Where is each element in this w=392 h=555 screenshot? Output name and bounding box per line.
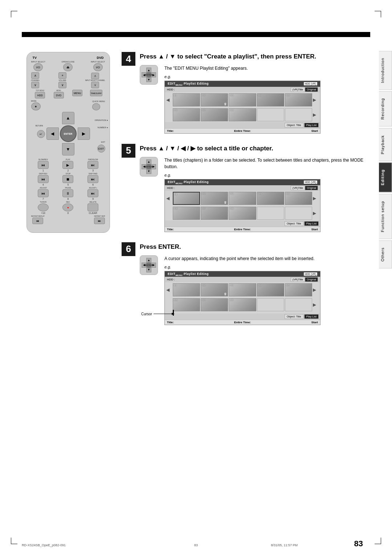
btn-num-0: 0 xyxy=(68,212,69,214)
screen4-start-col: Start xyxy=(268,129,318,133)
scroll-right-5b[interactable]: ▶ xyxy=(313,211,319,216)
screen5-start-col: Start xyxy=(268,228,318,231)
playlist-tab-5[interactable]: Play List xyxy=(304,221,319,226)
thumb6-1: 11 xyxy=(173,283,200,296)
thumb4-empty2 xyxy=(285,108,312,121)
volume-down-btn[interactable]: ∨ xyxy=(58,82,66,88)
return-label: RETURN xyxy=(36,125,43,127)
sidebar-item-editing[interactable]: Editing xyxy=(379,162,392,192)
btn-num-9: 9 xyxy=(92,198,94,200)
ch-down-right-btn[interactable]: ∨ xyxy=(91,82,99,88)
rec-btn[interactable]: ● xyxy=(62,203,73,211)
obj-title-tab-5[interactable]: Object: Title xyxy=(285,221,303,226)
screen5-hdd-badge: HDD (VR) xyxy=(304,181,318,184)
channel-label-text: CHANNEL xyxy=(31,79,40,81)
slow-rev-btn[interactable]: ⏮ xyxy=(38,161,49,169)
obj-title-tab-4[interactable]: Object: Title xyxy=(285,123,303,127)
scroll-right-6b[interactable]: ▶ xyxy=(313,302,319,307)
exit-label: EXIT xyxy=(101,141,105,143)
playlist-tab-6[interactable]: Play List xyxy=(304,314,319,319)
delete-btn[interactable] xyxy=(87,203,98,211)
channel-down-btn[interactable]: ∨ xyxy=(31,82,39,88)
btn-num-7: 7 xyxy=(42,198,44,200)
step-4-desc: The "EDIT MENU Playlist Editing" appears… xyxy=(164,65,371,72)
screen6-start-col: Start xyxy=(268,321,318,324)
thumb6-8: 008 xyxy=(229,298,256,311)
sidebar-item-introduction[interactable]: Introduction xyxy=(379,51,392,90)
instant-skip-label: INSTANT SKIP xyxy=(94,215,105,217)
number-label: NUMBER ● xyxy=(98,126,108,129)
dpad-down-btn[interactable]: ▼ xyxy=(62,143,74,155)
ch-up-right-btn[interactable]: ∧ xyxy=(91,73,99,79)
instant-skip-btn[interactable]: ⏭ xyxy=(94,218,105,224)
step-5-eg: e.g. xyxy=(164,173,371,177)
play-label: PLAY xyxy=(66,158,70,161)
step-6-eg: e.g. xyxy=(164,265,371,269)
playlist-tab-4[interactable]: Play List xyxy=(304,123,319,127)
screen4-tab-vr[interactable]: (VR)Title xyxy=(291,87,305,92)
pause-label: PAUSE xyxy=(65,187,71,189)
step-4-remote-illus: ▲ ▼ ◀ ▶ ENTER xyxy=(140,65,159,85)
return-btn[interactable]: ↩ xyxy=(37,130,45,138)
scroll-right-4b[interactable]: ▶ xyxy=(313,112,319,117)
mode-btn[interactable]: ★ xyxy=(31,102,41,110)
sidebar-item-recording[interactable]: Recording xyxy=(379,91,392,126)
scroll-right-5a[interactable]: ▶ xyxy=(313,196,319,201)
screen5-tab-original[interactable]: Original xyxy=(305,186,318,190)
channel-up-btn[interactable]: ∧ xyxy=(31,72,39,79)
quick-menu-btn[interactable] xyxy=(92,103,100,110)
screen6-tab-vr[interactable]: (VR)Title xyxy=(291,277,305,282)
adjust-plus-btn[interactable]: ⏭ xyxy=(87,189,98,197)
dvd-input-btn[interactable]: I/O xyxy=(93,63,103,71)
hdd-btn[interactable]: HDD xyxy=(35,92,45,98)
scroll-right-4a[interactable]: ▶ xyxy=(313,97,319,102)
volume-up-btn[interactable]: + xyxy=(58,72,66,79)
step-6-screen: EDITMENU Playlist Editing HDD (VR) HDD :… xyxy=(164,271,320,325)
scroll-left-6[interactable]: ◀ xyxy=(166,287,172,292)
skip-fwd-btn[interactable]: ⏭ xyxy=(87,175,98,183)
dpad-up-btn[interactable]: ▲ xyxy=(62,112,74,124)
stop-btn[interactable]: ⏹ xyxy=(62,175,73,183)
step-5-number: 5 xyxy=(122,144,135,158)
screen6-tab-original[interactable]: Original xyxy=(305,277,318,282)
screen5-top-label: EDITMENU Playlist Editing xyxy=(168,180,209,185)
pause-btn[interactable]: ⏸ xyxy=(62,189,73,197)
sidebar-item-others[interactable]: Others xyxy=(379,240,392,268)
obj-title-tab-6[interactable]: Object: Title xyxy=(285,314,303,319)
skip-rev-btn[interactable]: ⏮ xyxy=(38,175,49,183)
dpad-right-btn[interactable]: ▶ xyxy=(78,127,90,140)
enter-btn[interactable]: ENTER xyxy=(60,125,77,142)
sidebar-item-function-setup[interactable]: Function setup xyxy=(379,194,392,239)
dpad-left-btn[interactable]: ◀ xyxy=(46,127,59,140)
thumb4-1: 11 xyxy=(173,93,200,106)
skip-fwd-label: SKIP FWD xyxy=(89,173,97,175)
step-5-screen: EDITMENU Playlist Editing HDD (VR) HDD :… xyxy=(164,179,320,232)
scroll-right-6a[interactable]: ▶ xyxy=(313,287,319,292)
screen6-title-col: Title: xyxy=(167,321,217,324)
open-close-btn[interactable]: ⏏ xyxy=(63,63,73,71)
play-btn[interactable]: ▶ xyxy=(62,161,73,169)
instant-replay-btn[interactable]: ⏮ xyxy=(32,218,43,224)
thumb6-4: 004 xyxy=(257,283,284,296)
screen4-hdd-badge: HDD (VR) xyxy=(304,82,318,85)
menu-btn[interactable]: MENU xyxy=(72,90,82,96)
thumb6-7: 007 xyxy=(201,298,228,311)
exit-btn[interactable]: EXIT xyxy=(97,145,105,153)
mode-label: MODE xyxy=(31,100,37,102)
dvd-btn[interactable]: DVD xyxy=(54,92,64,98)
scroll-left-5[interactable]: ◀ xyxy=(166,196,172,201)
screen4-tab-original[interactable]: Original xyxy=(305,87,318,92)
screen5-title-col: Title: xyxy=(167,228,217,231)
scroll-left-4[interactable]: ◀ xyxy=(166,97,172,102)
timesurf-btn[interactable]: TIMESURF xyxy=(90,90,102,96)
thumb5-3: 003 xyxy=(229,192,256,205)
adjust-minus-btn[interactable]: ⏮ xyxy=(38,189,49,197)
volume-label: VOLUME xyxy=(58,79,66,81)
skip-rev-label: SKIP REV xyxy=(39,173,47,175)
tv-dvr-btn[interactable] xyxy=(38,203,49,211)
input-select-btn[interactable]: I/O xyxy=(33,63,43,71)
screen5-tab-vr[interactable]: (VR)Title xyxy=(291,186,305,190)
sidebar-item-playback[interactable]: Playback xyxy=(379,128,392,161)
thumb4-empty xyxy=(257,108,284,121)
fwd-slow-btn[interactable]: ⏭ xyxy=(87,161,98,169)
